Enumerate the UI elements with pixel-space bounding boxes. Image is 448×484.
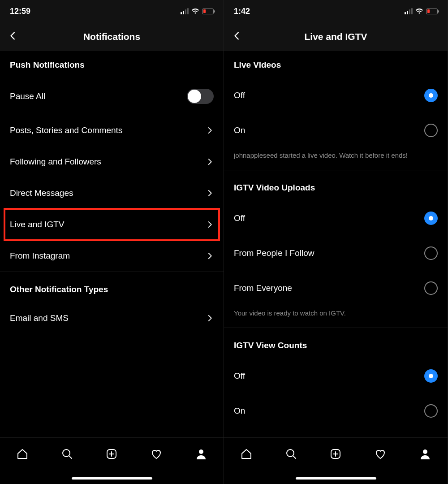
row-direct-messages[interactable]: Direct Messages [0,177,224,209]
status-bar: 1:42 [224,0,448,22]
hint-igtv-uploads: Your video is ready to watch on IGTV. [224,306,448,328]
radio-button[interactable] [424,124,438,137]
wifi-icon [415,8,423,14]
status-time: 1:42 [234,7,250,16]
svg-point-2 [199,449,203,454]
content-area: Live Videos Off On johnappleseed started… [224,51,448,437]
radio-igtv-off[interactable]: Off [224,201,448,236]
screen-live-igtv: 1:42 Live and IGTV Live Videos Off On jo… [224,0,448,484]
tab-bar [0,437,224,470]
battery-icon [426,9,438,14]
radio-button[interactable] [424,404,438,418]
tab-profile[interactable] [419,448,431,460]
page-title: Live and IGTV [224,31,448,42]
radio-label: Off [234,213,245,223]
section-igtv-uploads: IGTV Video Uploads [224,170,448,201]
row-following-followers[interactable]: Following and Followers [0,146,224,177]
radio-label: From Everyone [234,283,292,293]
row-email-sms[interactable]: Email and SMS [0,302,224,334]
tab-profile[interactable] [195,448,207,460]
section-igtv-view-counts: IGTV View Counts [224,328,448,359]
section-other-notification-types: Other Notification Types [0,272,224,302]
radio-button[interactable] [424,281,438,295]
row-posts-stories[interactable]: Posts, Stories and Comments [0,115,224,146]
tab-add[interactable] [329,448,342,460]
chevron-right-icon [206,158,214,166]
tab-home[interactable] [16,448,29,460]
radio-live-off[interactable]: Off [224,78,448,113]
gesture-area [224,470,448,484]
radio-button[interactable] [424,212,438,225]
battery-icon [202,9,214,14]
tab-activity[interactable] [374,448,387,460]
chevron-right-icon [206,220,214,229]
row-label: Live and IGTV [10,220,64,229]
cellular-icon [405,8,413,14]
status-bar: 12:59 [0,0,224,22]
pause-all-toggle[interactable] [187,89,214,104]
home-indicator [72,477,152,480]
radio-label: From People I Follow [234,248,314,258]
row-label: Following and Followers [10,157,101,167]
row-label: Pause All [10,91,45,101]
status-icons [181,8,214,14]
hint-live-videos: johnappleseed started a live video. Watc… [224,148,448,170]
chevron-right-icon [206,252,214,260]
gesture-area [0,470,224,484]
tab-bar [224,437,448,470]
section-live-videos: Live Videos [224,51,448,78]
radio-views-on[interactable]: On [224,393,448,428]
tab-add[interactable] [105,448,118,460]
section-push-notifications: Push Notifications [0,51,224,78]
radio-label: Off [234,91,245,100]
radio-button[interactable] [424,89,438,102]
radio-igtv-follow[interactable]: From People I Follow [224,236,448,271]
radio-button[interactable] [424,369,438,383]
chevron-right-icon [206,314,214,322]
status-time: 12:59 [10,7,30,16]
tab-activity[interactable] [150,448,163,460]
tab-search[interactable] [285,448,297,460]
radio-label: Off [234,371,245,381]
status-icons [405,8,438,14]
row-label: Email and SMS [10,313,69,323]
svg-point-5 [423,449,427,454]
chevron-right-icon [206,126,214,134]
row-label: From Instagram [10,251,70,261]
radio-label: On [234,406,245,416]
wifi-icon [191,8,199,14]
row-live-igtv[interactable]: Live and IGTV [4,209,219,240]
chevron-right-icon [206,189,214,197]
screen-notifications: 12:59 Notifications Push Notifications P… [0,0,224,484]
tab-search[interactable] [61,448,73,460]
home-indicator [296,477,376,480]
row-label: Direct Messages [10,188,73,198]
row-from-instagram[interactable]: From Instagram [0,240,224,272]
tab-home[interactable] [240,448,253,460]
radio-igtv-everyone[interactable]: From Everyone [224,271,448,306]
radio-live-on[interactable]: On [224,113,448,148]
radio-label: On [234,125,245,135]
row-label: Posts, Stories and Comments [10,125,122,135]
radio-button[interactable] [424,246,438,260]
page-title: Notifications [0,31,224,42]
cellular-icon [181,8,189,14]
row-pause-all[interactable]: Pause All [0,78,224,115]
back-button[interactable] [8,31,18,43]
nav-header: Notifications [0,22,224,51]
back-button[interactable] [232,31,242,43]
nav-header: Live and IGTV [224,22,448,51]
radio-views-off[interactable]: Off [224,359,448,393]
content-area: Push Notifications Pause All Posts, Stor… [0,51,224,437]
